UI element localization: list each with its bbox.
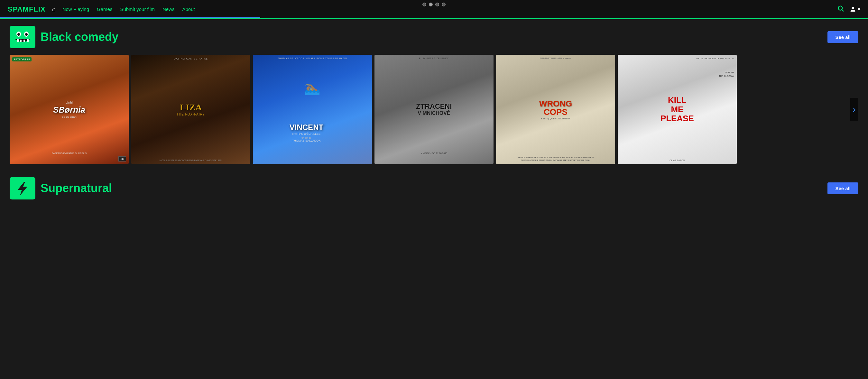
poster-ztraceni-title: ZTRACENI V MNICHOVĚ xyxy=(380,103,487,116)
black-comedy-title-group: Black comedy xyxy=(10,26,118,48)
poster-vincent-cast-top: THOMAS SALVADOR VIMALA PONS YOUSSEF HAJD… xyxy=(253,57,372,60)
movie-poster-wrong-cops[interactable]: GREGORY BERNARD presents WRONG COPS a fi… xyxy=(496,55,615,164)
poster-ztraceni-info: V KINECH OD 22.10.2015 xyxy=(374,152,494,154)
svg-rect-11 xyxy=(27,39,29,42)
user-icon xyxy=(849,6,857,13)
search-icon xyxy=(837,5,844,12)
nav-news[interactable]: News xyxy=(162,6,175,12)
navbar: SPAMFLIX ⌂ Now Playing Games Submit your… xyxy=(0,0,868,19)
home-icon[interactable]: ⌂ xyxy=(52,5,56,13)
poster-kill-me-producer: BY THE PRODUCERS OF MAN BITES DO... xyxy=(619,57,736,60)
poster-kill-me-cast: OLIAS BARCO xyxy=(618,159,737,161)
brand-logo[interactable]: SPAMFLIX xyxy=(8,5,46,13)
svg-point-0 xyxy=(838,6,843,10)
black-comedy-movies-row: PETROBRAS Until SBørnia do us apart BASE… xyxy=(10,55,858,164)
black-comedy-title: Black comedy xyxy=(40,30,118,44)
svg-point-2 xyxy=(851,7,854,9)
navbar-right: ▾ xyxy=(837,5,860,13)
supernatural-lightning-icon xyxy=(13,180,32,196)
poster-kill-me-subtitle: GIVE UPTHE OLD WAY xyxy=(719,71,734,78)
poster-liza-tagline: DATING CAN BE FATAL xyxy=(131,57,250,60)
black-comedy-section-header: Black comedy See all xyxy=(10,26,858,48)
poster-until-sbornia-badge: 3D xyxy=(118,156,126,161)
poster-wrong-cops-producer: GREGORY BERNARD presents xyxy=(496,57,615,59)
poster-kill-me-title: KILL ME PLEASE xyxy=(623,96,731,123)
nav-progress-bar xyxy=(0,18,260,18)
poster-until-sbornia-subtitle: BASEADO EM FATOS SURREAIS xyxy=(10,152,129,154)
nav-games[interactable]: Games xyxy=(97,6,112,12)
poster-liza-title: LIZA THE FOX-FAIRY xyxy=(137,103,244,116)
movie-poster-ztraceni[interactable]: FILM PETRA ZELENKY ZTRACENI V MNICHOVĚ V… xyxy=(374,55,494,164)
poster-vincent-figure: 🏊 xyxy=(304,81,320,96)
supernatural-section-header: Supernatural See all xyxy=(10,177,858,199)
search-button[interactable] xyxy=(837,5,844,13)
nav-dot-2 xyxy=(429,3,433,6)
svg-point-6 xyxy=(18,33,20,36)
nav-dot-1 xyxy=(423,3,426,6)
poster-wrong-cops-title: WRONG COPS a film by QUENTIN DUPIEUX xyxy=(502,99,609,120)
movie-poster-kill-me[interactable]: BY THE PRODUCERS OF MAN BITES DO... KILL… xyxy=(618,55,737,164)
black-comedy-icon xyxy=(10,26,35,48)
svg-rect-3 xyxy=(13,29,32,45)
movie-poster-vincent[interactable]: THOMAS SALVADOR VIMALA PONS YOUSSEF HAJD… xyxy=(253,55,372,164)
comedy-monster-icon xyxy=(13,29,32,45)
poster-vincent-title: VINCENT N'A PAS D'ÉCAILLES un film de TH… xyxy=(253,121,360,145)
main-content: Black comedy See all PETROBRAS Until SBø… xyxy=(0,19,868,212)
poster-wrong-cops-cast: MARK BURNHAM ERIC JUDOR STEVE LITTLE MAR… xyxy=(497,156,614,161)
poster-ztraceni-detail: FILM PETRA ZELENKY xyxy=(374,57,494,60)
nav-now-playing[interactable]: Now Playing xyxy=(62,6,89,12)
supernatural-icon xyxy=(10,177,35,199)
poster-until-sbornia-title: Until SBørnia do us apart xyxy=(16,100,123,118)
user-dropdown-arrow: ▾ xyxy=(858,6,860,12)
user-menu-button[interactable]: ▾ xyxy=(849,6,860,13)
svg-rect-8 xyxy=(17,39,19,42)
nav-dot-4 xyxy=(442,3,445,6)
nav-dot-3 xyxy=(435,3,439,6)
svg-point-7 xyxy=(25,33,28,36)
supernatural-title: Supernatural xyxy=(40,182,112,195)
svg-line-1 xyxy=(842,10,843,11)
section-gap xyxy=(10,164,858,177)
black-comedy-see-all-button[interactable]: See all xyxy=(828,31,858,43)
nav-dots xyxy=(423,3,445,6)
movie-poster-liza[interactable]: DATING CAN BE FATAL LIZA THE FOX-FAIRY M… xyxy=(131,55,250,164)
nav-about[interactable]: About xyxy=(182,6,195,12)
nav-submit-film[interactable]: Submit your film xyxy=(120,6,155,12)
svg-rect-9 xyxy=(20,39,22,42)
poster-badge-petronas: PETROBRAS xyxy=(12,57,32,61)
supernatural-title-group: Supernatural xyxy=(10,177,112,199)
supernatural-see-all-button[interactable]: See all xyxy=(828,182,858,194)
poster-liza-cast: MÓNI BALSAI SZABOLCS BEDE-FAZEKAS DAVID … xyxy=(131,159,250,161)
movie-poster-until-sbornia[interactable]: PETROBRAS Until SBørnia do us apart BASE… xyxy=(10,55,129,164)
next-arrow-button[interactable]: › xyxy=(850,98,858,121)
svg-rect-10 xyxy=(24,39,25,42)
